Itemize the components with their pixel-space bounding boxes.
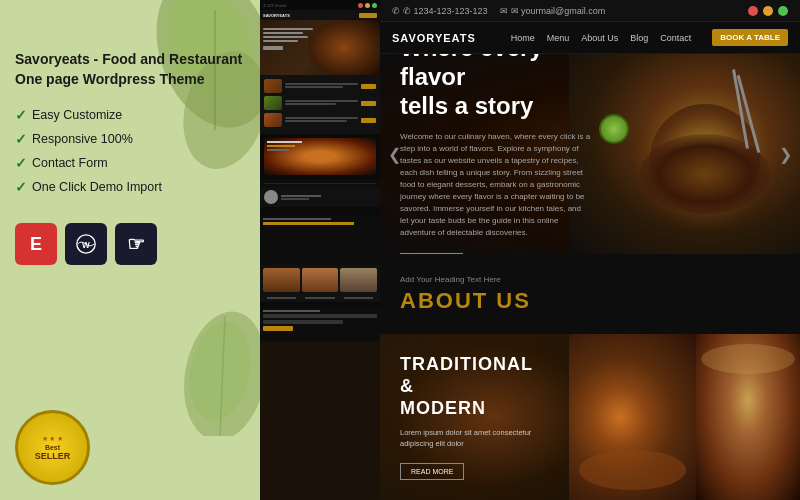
preview-hero <box>260 20 380 75</box>
elementor-icon: E <box>15 223 57 265</box>
feature-item: ✓Contact Form <box>15 155 162 171</box>
traditional-images <box>569 334 800 500</box>
green-dot <box>778 6 788 16</box>
preview-topbar: ✆ 123 ✉ mail <box>260 0 380 10</box>
book-table-button[interactable]: BOOK A TABLE <box>712 29 788 46</box>
traditional-title: TRADITIONAL & MODERN <box>400 354 549 419</box>
check-icon: ✓ <box>15 131 27 147</box>
svg-text:W: W <box>82 241 90 250</box>
window-controls <box>748 6 788 16</box>
food-photo-left <box>569 334 696 500</box>
nav-links: Home Menu About Us Blog Contact <box>511 33 692 43</box>
topbar: ✆ ✆ 1234-123-123-123 ✉ ✉ yourmail@gmail.… <box>380 0 800 22</box>
features-list: ✓Easy Customize ✓Responsive 100% ✓Contac… <box>15 107 162 203</box>
middle-preview-panel: ✆ 123 ✉ mail SAVORYEATS <box>260 0 380 500</box>
site-logo: SAVORYEATS <box>392 32 476 44</box>
hero-section: Where every flavor tells a story Welcome… <box>380 54 800 254</box>
hero-prev-arrow[interactable]: ❮ <box>388 145 401 164</box>
nav-menu[interactable]: Menu <box>547 33 570 43</box>
theme-title: Savoryeats - Food and Restaurant One pag… <box>15 50 242 89</box>
traditional-section: TRADITIONAL & MODERN Lorem ipsum dolor s… <box>380 334 800 500</box>
feature-item: ✓Responsive 100% <box>15 131 162 147</box>
email-info: ✉ ✉ yourmail@gmail.com <box>500 6 606 16</box>
preview-reservation <box>260 307 380 342</box>
yellow-dot <box>763 6 773 16</box>
preview-nav: SAVORYEATS <box>260 10 380 20</box>
preview-team-labels <box>260 295 380 302</box>
touch-icon: ☞ <box>115 223 157 265</box>
traditional-content: TRADITIONAL & MODERN Lorem ipsum dolor s… <box>380 334 569 500</box>
about-section: Add Your Heading Text Here ABOUT US <box>380 254 800 334</box>
nav-contact[interactable]: Contact <box>660 33 691 43</box>
check-icon: ✓ <box>15 155 27 171</box>
navbar: SAVORYEATS Home Menu About Us Blog Conta… <box>380 22 800 54</box>
preview-food-img <box>308 20 380 75</box>
right-main-panel: ✆ ✆ 1234-123-123-123 ✉ ✉ yourmail@gmail.… <box>380 0 800 500</box>
hero-title: Where every flavor tells a story <box>400 54 591 121</box>
feature-item: ✓One Click Demo Import <box>15 179 162 195</box>
leaf-decoration-bottom <box>165 306 260 440</box>
hero-cta-button[interactable]: Click Here <box>400 253 463 254</box>
preview-about <box>260 215 380 265</box>
hero-content: Where every flavor tells a story Welcome… <box>380 54 611 254</box>
hero-next-arrow[interactable]: ❯ <box>779 145 792 164</box>
about-title: ABOUT US <box>400 288 780 314</box>
phone-info: ✆ ✆ 1234-123-123-123 <box>392 6 488 16</box>
best-seller-badge: ★ ★ ★ Best SELLER <box>15 410 90 485</box>
food-photo-right <box>696 334 800 500</box>
email-icon: ✉ <box>500 6 508 16</box>
left-panel: Savoryeats - Food and Restaurant One pag… <box>0 0 260 500</box>
wordpress-icon: W <box>65 223 107 265</box>
about-subtitle: Add Your Heading Text Here <box>400 275 780 284</box>
preview-menu <box>260 75 380 134</box>
phone-icon: ✆ <box>392 6 400 16</box>
hero-subtitle: Welcome to our culinary haven, where eve… <box>400 131 591 239</box>
plugin-icons-group: E W ☞ <box>15 223 157 265</box>
preview-text <box>263 28 313 50</box>
preview-divider <box>260 179 380 187</box>
preview-testimonial <box>260 187 380 207</box>
check-icon: ✓ <box>15 107 27 123</box>
bowl-shape <box>640 134 770 214</box>
red-dot <box>748 6 758 16</box>
feature-item: ✓Easy Customize <box>15 107 162 123</box>
nav-about[interactable]: About Us <box>581 33 618 43</box>
read-more-button[interactable]: READ MORE <box>400 463 464 480</box>
nav-home[interactable]: Home <box>511 33 535 43</box>
preview-special <box>260 134 380 179</box>
preview-team <box>260 265 380 295</box>
nav-blog[interactable]: Blog <box>630 33 648 43</box>
traditional-desc: Lorem ipsum dolor sit amet consectetur a… <box>400 427 549 450</box>
check-icon: ✓ <box>15 179 27 195</box>
